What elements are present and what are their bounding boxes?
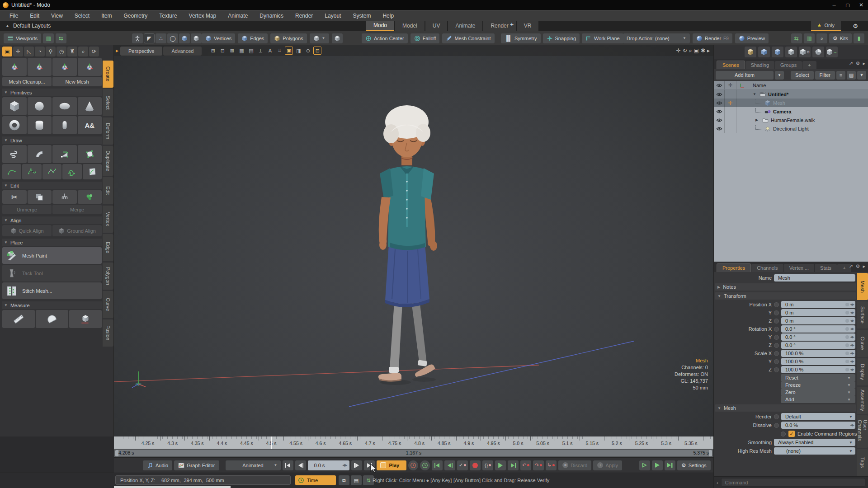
properties-side-tab[interactable]: Surface: [857, 301, 868, 328]
viewport-layout-button[interactable]: ▥: [43, 33, 54, 43]
panel-gear-icon[interactable]: ⚙: [856, 61, 860, 66]
timeline-range-bar[interactable]: 4.208 s 1.167 s 5.375 s: [114, 449, 713, 457]
character-model[interactable]: [348, 96, 466, 389]
viewport-tab-advanced[interactable]: Advanced: [163, 47, 202, 56]
select-tool-icon[interactable]: ◺: [24, 47, 34, 56]
transform-value-field[interactable]: 100.0 %◀▶: [781, 350, 855, 357]
transform-value-field[interactable]: 0.0 °◀▶: [781, 325, 855, 333]
mesh-cleanup-button[interactable]: Mesh Cleanup...: [2, 77, 52, 86]
ground-plane-icon[interactable]: ▤: [247, 47, 255, 55]
bracket-key-icon[interactable]: {}: [482, 460, 493, 470]
render-dropdown[interactable]: Default▼: [781, 413, 855, 420]
add-workspace-tab-button[interactable]: +: [503, 21, 521, 28]
mesh-constraint-button[interactable]: Mesh Constraint: [442, 33, 494, 43]
maximize-viewport-icon[interactable]: ▣: [694, 47, 699, 54]
transform-value-field[interactable]: 0.0 °◀▶: [781, 333, 855, 341]
grid-single-icon[interactable]: ⊡: [218, 47, 226, 55]
panel-more-icon[interactable]: ▸: [863, 263, 865, 269]
channel-dot[interactable]: [774, 351, 779, 356]
tab-channels[interactable]: Channels: [751, 264, 783, 272]
tab-properties[interactable]: Properties: [717, 263, 751, 272]
static-item-icon[interactable]: [812, 47, 824, 57]
falloff-button[interactable]: Falloff: [410, 33, 440, 43]
play-preview-button[interactable]: [652, 460, 663, 470]
shading-grid-icon[interactable]: ▦: [237, 47, 245, 55]
kit-panel-icon[interactable]: ▮: [854, 33, 864, 43]
transform-value-field[interactable]: 0 m◀▶: [781, 317, 855, 324]
sketch-curve-tool[interactable]: [83, 164, 102, 179]
torus-primitive-tool[interactable]: [2, 116, 27, 134]
mode-dropdown[interactable]: ▼: [310, 33, 329, 43]
tack-tool-button[interactable]: Tack Tool: [2, 265, 102, 282]
drop-action-dropdown[interactable]: Drop Action: (none)▼: [623, 33, 690, 43]
popout-icon[interactable]: ↗: [849, 263, 853, 269]
panel-more-icon[interactable]: ▸: [863, 61, 865, 66]
helix-draw-tool[interactable]: [2, 145, 27, 163]
import-reference-icon[interactable]: →: [826, 47, 838, 57]
matcap-icon[interactable]: ◨: [294, 47, 302, 55]
weld-tool[interactable]: [78, 190, 102, 204]
toolbox-tab[interactable]: Create: [103, 61, 113, 88]
undo-action-icon[interactable]: ↶: [520, 460, 531, 470]
ellipsoid-primitive-tool[interactable]: [52, 97, 77, 115]
vertices-mode-button[interactable]: Vertices: [202, 33, 235, 43]
transform-value-field[interactable]: 0 m◀▶: [781, 301, 855, 308]
transform-action-dropdown[interactable]: Add▼: [781, 396, 855, 403]
channel-dot[interactable]: [774, 335, 779, 340]
layout-gear-icon[interactable]: ⚙: [853, 21, 858, 31]
refresh-tool-icon[interactable]: ⟳: [89, 47, 99, 56]
symmetry-button[interactable]: ▐▌Symmetry: [501, 33, 541, 43]
tab-shading[interactable]: Shading: [745, 61, 774, 69]
properties-side-tab[interactable]: Mesh: [857, 273, 868, 300]
menu-item[interactable]: Dynamics: [254, 13, 289, 19]
transform-tool-icon[interactable]: ✛: [13, 47, 23, 56]
play-preview-outline-button[interactable]: [639, 460, 650, 470]
active-overlay-icon[interactable]: ▣: [285, 47, 293, 55]
quick-align-button[interactable]: Quick Align: [2, 225, 52, 236]
stamp-tool-icon[interactable]: ♜: [67, 47, 77, 56]
pen-polygon-tool[interactable]: [52, 145, 77, 163]
measure-section-header[interactable]: ▼Measure: [2, 301, 102, 309]
list-columns-icon[interactable]: ▤: [847, 71, 856, 80]
go-to-start-button[interactable]: [283, 460, 293, 470]
new-mesh-button[interactable]: New Mesh: [52, 77, 102, 86]
channel-dot[interactable]: [774, 423, 779, 428]
draw-section-header[interactable]: ▼Draw: [2, 136, 102, 144]
name-column-header[interactable]: Name: [748, 83, 868, 88]
name-field[interactable]: Mesh: [774, 274, 855, 282]
previous-frame-button[interactable]: [295, 460, 306, 470]
panel-gear-icon[interactable]: ⚙: [856, 263, 860, 269]
cone-primitive-tool[interactable]: [78, 97, 102, 115]
toolbox-tab[interactable]: Select: [103, 89, 113, 116]
primitives-section-header[interactable]: ▼Primitives: [2, 89, 102, 96]
menu-item[interactable]: Layout: [319, 13, 347, 19]
viewports-button[interactable]: Viewports: [4, 33, 41, 43]
tree-row-humanfemale-walk[interactable]: ▶HumanFemale.walk: [714, 116, 868, 124]
list-options-icon[interactable]: ≡: [836, 71, 845, 80]
duplicate-tool[interactable]: [28, 190, 52, 204]
add-item-dropdown-icon[interactable]: ▼: [775, 71, 784, 80]
transform-value-field[interactable]: 100.0 %◀▶: [781, 358, 855, 365]
apply-button[interactable]: ↓Apply: [593, 460, 622, 470]
default-layouts-button[interactable]: Default Layouts: [13, 23, 51, 29]
filter-button[interactable]: Filter: [815, 71, 835, 80]
popout-icon[interactable]: ↗: [849, 61, 853, 66]
menu-item[interactable]: System: [347, 13, 377, 19]
tab-add[interactable]: +: [802, 61, 816, 69]
rotate-gizmo-tool[interactable]: [52, 58, 77, 76]
tree-row-scene[interactable]: ▼Untitled*: [714, 90, 868, 99]
viewport-menu-icon[interactable]: ▶: [116, 49, 119, 52]
transform-value-field[interactable]: 100.0 %◀▶: [781, 366, 855, 373]
pan-icon[interactable]: ✛: [676, 47, 681, 54]
current-time-field[interactable]: 0.0 s◀▶: [308, 460, 349, 470]
dimension-measure-tool[interactable]: [69, 310, 102, 328]
high-res-mesh-dropdown[interactable]: (none)▼: [774, 447, 855, 455]
channel-dot[interactable]: [774, 367, 779, 372]
bspline-curve-tool[interactable]: [62, 164, 81, 179]
transform-value-field[interactable]: 0.0 °◀▶: [781, 342, 855, 349]
play-to-end-button[interactable]: [665, 460, 675, 470]
transform-value-field[interactable]: 0 m◀▶: [781, 309, 855, 316]
overlap-windows-icon[interactable]: ⧉: [339, 475, 349, 485]
command-expand-icon[interactable]: ›: [717, 480, 718, 485]
polygons-mode-button[interactable]: Polygons: [270, 33, 307, 43]
